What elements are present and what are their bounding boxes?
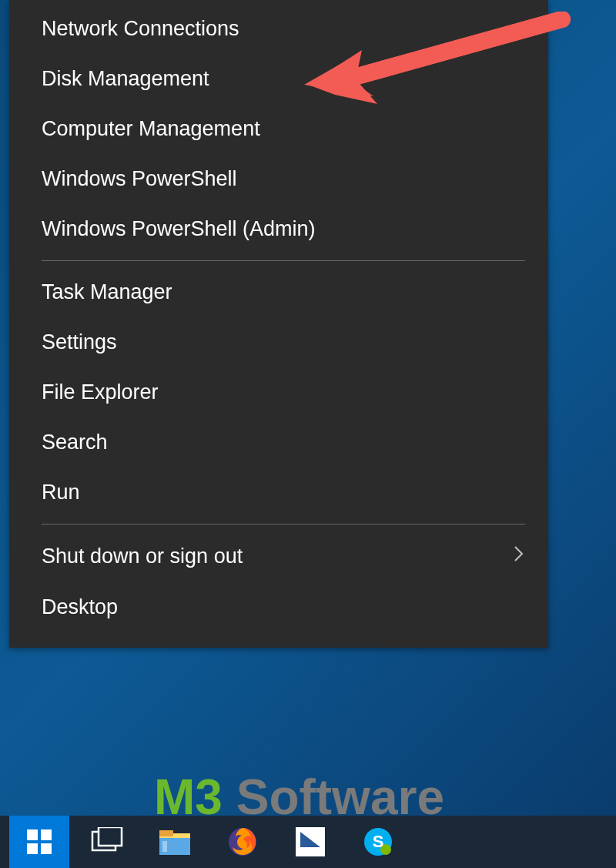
svg-rect-4: [27, 843, 38, 854]
winx-context-menu: Network Connections Disk Management Comp…: [9, 0, 548, 648]
skype-icon[interactable]: S: [348, 816, 408, 868]
menu-item-shut-down-or-sign-out[interactable]: Shut down or sign out: [9, 531, 548, 582]
menu-label: Computer Management: [42, 117, 260, 141]
menu-label: File Explorer: [42, 380, 159, 404]
menu-label: Shut down or sign out: [42, 545, 243, 568]
file-explorer-icon[interactable]: [145, 816, 205, 868]
menu-item-settings[interactable]: Settings: [9, 317, 548, 367]
menu-label: Search: [42, 431, 108, 454]
task-view-icon[interactable]: [77, 816, 137, 868]
menu-item-disk-management[interactable]: Disk Management: [9, 54, 548, 104]
menu-separator: [42, 524, 525, 524]
menu-item-search[interactable]: Search: [9, 417, 548, 468]
menu-item-computer-management[interactable]: Computer Management: [9, 104, 548, 154]
menu-item-desktop[interactable]: Desktop: [9, 582, 548, 632]
svg-rect-2: [27, 829, 38, 840]
chevron-right-icon: [513, 544, 525, 569]
taskbar: S: [0, 816, 616, 868]
menu-item-network-connections[interactable]: Network Connections: [9, 4, 548, 54]
menu-label: Desktop: [42, 595, 118, 619]
menu-item-windows-powershell[interactable]: Windows PowerShell: [9, 154, 548, 204]
menu-separator: [42, 260, 525, 261]
menu-item-file-explorer[interactable]: File Explorer: [9, 367, 548, 417]
menu-item-run[interactable]: Run: [9, 468, 548, 518]
menu-label: Run: [42, 481, 80, 504]
menu-label: Settings: [42, 330, 117, 354]
firefox-icon[interactable]: [213, 816, 273, 868]
svg-rect-3: [41, 829, 52, 840]
menu-label: Windows PowerShell: [42, 167, 237, 191]
svg-rect-5: [41, 843, 52, 854]
menu-label: Disk Management: [42, 67, 209, 91]
svg-text:S: S: [373, 832, 384, 851]
menu-item-windows-powershell-admin[interactable]: Windows PowerShell (Admin): [9, 204, 548, 254]
svg-rect-9: [159, 830, 173, 836]
menu-label: Network Connections: [42, 17, 239, 41]
menu-label: Windows PowerShell (Admin): [42, 217, 316, 241]
menu-label: Task Manager: [42, 280, 172, 304]
svg-rect-11: [162, 841, 167, 852]
svg-rect-7: [99, 827, 122, 846]
start-button[interactable]: [9, 816, 69, 868]
menu-item-task-manager[interactable]: Task Manager: [9, 267, 548, 317]
app-icon[interactable]: [280, 816, 340, 868]
